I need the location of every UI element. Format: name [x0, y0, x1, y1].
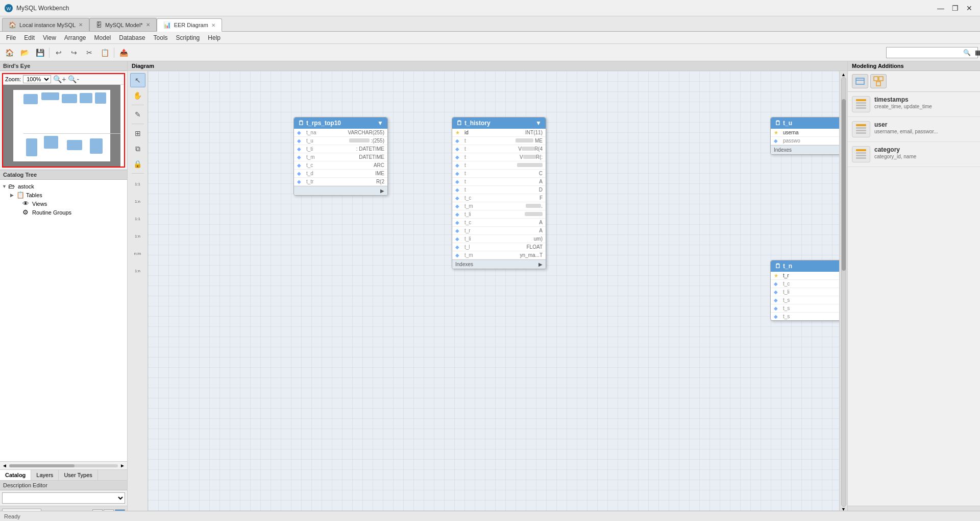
catalog-tree-header: Catalog Tree: [0, 170, 127, 180]
toolbar-home-btn[interactable]: 🏠: [2, 46, 16, 59]
field-type-h15: yn_ma...T: [520, 252, 543, 258]
tool-rel-11b-btn[interactable]: 1:1: [130, 211, 146, 226]
search-input[interactable]: [887, 50, 961, 56]
menu-edit[interactable]: Edit: [20, 33, 39, 42]
tab-model-close[interactable]: ✕: [146, 22, 150, 28]
field-name-t-na: t_na: [306, 130, 316, 135]
field-type-h11: A: [539, 220, 543, 225]
zoom-select[interactable]: 100% 50% 75% 125% 150% 200%: [23, 75, 51, 83]
tool-eraser-btn[interactable]: ✎: [130, 107, 145, 122]
table-t-n[interactable]: 🗒 t_n ★ t_r ◆ t_c: [770, 260, 839, 321]
field-h10: ◆ t_li: [452, 210, 546, 219]
be-table-4: [80, 93, 92, 103]
template-category[interactable]: category category_id, name: [848, 142, 980, 167]
menu-help[interactable]: Help: [204, 33, 225, 42]
table-arrow-t-rps-top10[interactable]: ▼: [377, 120, 383, 127]
window-controls[interactable]: — ❐ ✕: [934, 3, 976, 14]
tool-grid-btn[interactable]: ⊞: [130, 126, 145, 140]
minimize-button[interactable]: —: [934, 3, 947, 14]
tool-select-btn[interactable]: ↖: [130, 73, 145, 87]
tab-local-close[interactable]: ✕: [79, 22, 83, 28]
relation-1n-section: 1:n: [130, 193, 146, 209]
field-name-tn-6: t_s: [783, 314, 790, 319]
menu-file[interactable]: File: [2, 33, 20, 42]
zoom-in-icon[interactable]: 🔍+: [53, 75, 66, 83]
field-icon-h2: ◆: [455, 146, 462, 152]
tree-item-views[interactable]: 👁 Views: [2, 199, 125, 208]
vertical-scrollbar[interactable]: ▲ ▼: [839, 71, 847, 513]
template-timestamps-desc: create_time, update_time: [874, 104, 976, 109]
zoom-out-icon[interactable]: 🔍-: [68, 75, 79, 83]
view-toggle-icon[interactable]: ▦: [973, 49, 980, 56]
toolbar-redo-btn[interactable]: ↪: [67, 46, 81, 59]
toolbar-open-btn[interactable]: 📂: [17, 46, 32, 59]
tree-item-tables[interactable]: ▶ 📋 Tables: [2, 191, 125, 199]
vscroll-up-btn[interactable]: ▲: [841, 72, 846, 77]
close-button[interactable]: ✕: [963, 3, 976, 14]
be-table-9: [90, 138, 103, 154]
tree-label-views: Views: [32, 201, 47, 207]
field-name-tn-2: t_c: [783, 281, 790, 287]
tool-rel-1nb-btn[interactable]: 1:n: [130, 229, 146, 243]
menu-view[interactable]: View: [39, 33, 60, 42]
modeling-additions-header: Modeling Additions: [848, 61, 980, 71]
description-select[interactable]: [2, 492, 125, 504]
table-t-u[interactable]: 🗒 t_u ★ userna ◆ passwo: [770, 117, 839, 155]
menu-tools[interactable]: Tools: [150, 33, 172, 42]
footer-expand-t-history[interactable]: ▶: [538, 262, 543, 267]
field-t-na: ◆ t_na VARCHAR(255): [294, 129, 387, 137]
model-icon-btn-2[interactable]: [870, 74, 887, 88]
tab-catalog[interactable]: Catalog: [0, 470, 31, 480]
tool-lock-btn[interactable]: 🔒: [130, 157, 145, 171]
field-name-h12: t_r: [464, 228, 471, 233]
tool-copy-btn[interactable]: ⧉: [130, 141, 145, 156]
field-name-h7: t: [464, 187, 466, 193]
template-timestamps[interactable]: timestamps create_time, update_time: [848, 92, 980, 117]
tab-local-instance[interactable]: 🏠 Local instance MySQL ✕: [2, 18, 89, 31]
tool-sep-2: [132, 124, 144, 124]
toolbar-save-btn[interactable]: 💾: [33, 46, 47, 59]
toolbar-search-box[interactable]: 🔍 ▦: [886, 47, 978, 58]
template-user-desc: username, email, passwor...: [874, 129, 976, 134]
tool-rel-nm-btn[interactable]: n:m: [130, 246, 146, 260]
tool-rel-1n-btn[interactable]: 1:n: [130, 194, 146, 208]
tree-item-routines[interactable]: ⚙ Routine Groups: [2, 208, 125, 217]
menu-model[interactable]: Model: [90, 33, 115, 42]
tab-mysql-model[interactable]: 🗄 MySQL Model* ✕: [89, 18, 157, 31]
tree-item-astock[interactable]: ▼ 🗁 astock: [2, 182, 125, 191]
menu-arrange[interactable]: Arrange: [60, 33, 90, 42]
tab-eer-diagram[interactable]: 📊 EER Diagram ✕: [157, 18, 222, 32]
menu-scripting[interactable]: Scripting: [172, 33, 204, 42]
be-table-1: [23, 94, 38, 104]
tool-rel-1n2-btn[interactable]: 1:n: [130, 264, 146, 278]
tool-rel-11-btn[interactable]: 1:1: [130, 177, 146, 191]
diagram-canvas[interactable]: 🗒 t_rps_top10 ▼ ◆ t_na VARCHAR(255): [148, 71, 839, 513]
footer-expand-t-rps-top10[interactable]: ▶: [380, 188, 384, 194]
field-icon-tn-2: ◆: [774, 281, 781, 287]
field-name-tn-3: t_li: [783, 289, 790, 295]
model-icon-btn-1[interactable]: [852, 74, 868, 88]
field-icon-tn-1: ★: [774, 273, 781, 278]
maximize-button[interactable]: ❐: [948, 3, 962, 14]
table-arrow-t-history[interactable]: ▼: [535, 120, 542, 127]
toolbar-cut-btn[interactable]: ✂: [82, 46, 96, 59]
template-timestamps-info: timestamps create_time, update_time: [874, 96, 976, 109]
search-icon[interactable]: 🔍: [961, 49, 973, 56]
scroll-left-btn[interactable]: ◄: [2, 463, 7, 468]
field-icon-h1: ◆: [455, 138, 462, 144]
toolbar-paste-btn[interactable]: 📋: [97, 46, 112, 59]
svg-rect-6: [876, 82, 880, 86]
tool-hand-btn[interactable]: ✋: [130, 88, 145, 103]
template-user[interactable]: user username, email, passwor...: [848, 117, 980, 142]
tab-layers[interactable]: Layers: [31, 470, 59, 480]
toolbar-export-btn[interactable]: 📤: [116, 46, 131, 59]
table-t-rps-top10[interactable]: 🗒 t_rps_top10 ▼ ◆ t_na VARCHAR(255): [293, 117, 388, 196]
status-text: Ready: [4, 513, 20, 519]
menu-database[interactable]: Database: [115, 33, 149, 42]
toolbar-undo-btn[interactable]: ↩: [52, 46, 66, 59]
field-type-h12: A: [539, 228, 543, 233]
scroll-right-btn[interactable]: ►: [120, 463, 125, 468]
tab-eer-close[interactable]: ✕: [211, 22, 215, 28]
tab-user-types[interactable]: User Types: [59, 470, 97, 480]
table-t-history[interactable]: 🗒 t_history ▼ ★ id INT(11): [452, 117, 546, 269]
